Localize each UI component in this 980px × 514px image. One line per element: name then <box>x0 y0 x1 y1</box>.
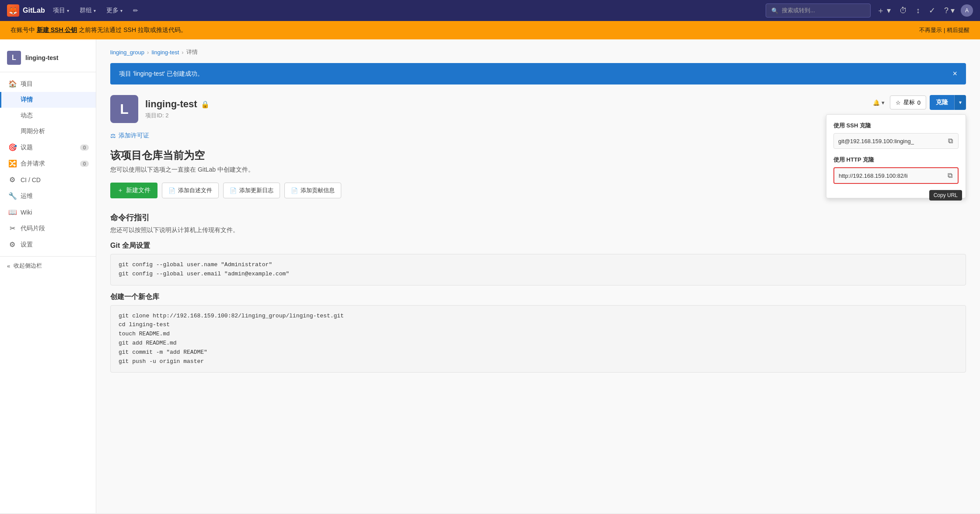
file-icon: 📄 <box>168 187 175 194</box>
sidebar-item-project-section[interactable]: 🏠 项目 <box>0 76 96 92</box>
new-file-button[interactable]: ＋ 新建文件 <box>110 183 158 198</box>
nav-items: 项目 ▾ 群组 ▾ 更多 ▾ ✏ <box>49 4 143 17</box>
sidebar-item-label: Wiki <box>21 209 32 216</box>
todo-icon[interactable]: ✓ <box>926 4 938 17</box>
sidebar-project-header: L linging-test <box>0 46 96 72</box>
sidebar-item-label: 代码片段 <box>21 225 45 232</box>
sidebar-item-label: 详情 <box>21 96 33 104</box>
alert-close-button[interactable]: × <box>952 69 957 78</box>
contrib-icon: 📄 <box>291 187 298 194</box>
breadcrumb-separator: › <box>147 49 149 56</box>
sidebar-item-label: 周期分析 <box>21 127 45 135</box>
sidebar-project-avatar: L <box>7 51 21 65</box>
sidebar-item-label: 运维 <box>21 192 33 200</box>
sidebar-item-label: CI / CD <box>21 176 41 183</box>
sidebar-item-label: 动态 <box>21 112 33 120</box>
star-icon: ☆ <box>896 99 901 106</box>
banner-link[interactable]: 新建 SSH 公钥 <box>37 26 77 33</box>
star-button[interactable]: ☆ 星标 0 <box>890 95 926 109</box>
gitlab-logo-text: GitLab <box>23 7 45 14</box>
search-bar[interactable]: 🔍 搜索或转到... <box>766 4 871 18</box>
sidebar-nav: 🏠 项目 详情 动态 周期分析 🎯 议题 0 🔀 合并请 <box>0 72 96 256</box>
http-clone-title: 使用 HTTP 克隆 <box>833 156 959 164</box>
clone-main-button[interactable]: 克隆 <box>930 95 954 110</box>
bell-icon: 🔔 ▾ <box>871 98 886 108</box>
merge-requests-icon: 🔀 <box>8 159 16 168</box>
banner-text: 在账号中 新建 SSH 公钥 之前将无法通过 SSH 拉取或推送代码。 <box>10 26 187 34</box>
http-url-row: http://192.168.159.100:82/li ⧉ Copy URL <box>833 167 959 184</box>
collapse-sidebar-button[interactable]: « 收起侧边栏 <box>0 256 96 275</box>
nav-item-projects[interactable]: 项目 ▾ <box>49 4 74 17</box>
main-content: linging_group › linging-test › 详情 项目 'li… <box>96 39 980 513</box>
sidebar-item-issues[interactable]: 🎯 议题 0 <box>0 139 96 155</box>
add-readme-button[interactable]: 📄 添加自述文件 <box>162 183 219 198</box>
sidebar-item-cicd[interactable]: ⚙ CI / CD <box>0 172 96 188</box>
sidebar-item-wiki[interactable]: 📖 Wiki <box>0 204 96 220</box>
add-changelog-button[interactable]: 📄 添加更新日志 <box>223 183 280 198</box>
chevron-down-icon: ▾ <box>120 8 122 13</box>
breadcrumb-current: 详情 <box>186 48 198 56</box>
top-navigation: 🦊 GitLab 项目 ▾ 群组 ▾ 更多 ▾ ✏ 🔍 搜索或转到... ＋ ▾… <box>0 0 980 21</box>
sidebar-item-cycle-analytics[interactable]: 周期分析 <box>0 123 96 139</box>
clone-dropdown-toggle[interactable]: ▾ <box>954 95 966 110</box>
breadcrumb-group[interactable]: linging_group <box>110 49 144 56</box>
sidebar-project-name: linging-test <box>25 54 58 61</box>
search-icon: 🔍 <box>771 7 778 14</box>
sidebar-item-label: 设置 <box>21 241 33 249</box>
changelog-icon: 📄 <box>230 187 237 194</box>
project-avatar: L <box>110 95 138 123</box>
sidebar-item-operations[interactable]: 🔧 运维 <box>0 188 96 204</box>
project-name-row: linging-test 🔒 <box>145 99 210 110</box>
add-contribution-button[interactable]: 📄 添加贡献信息 <box>284 183 341 198</box>
nav-item-more[interactable]: 更多 ▾ <box>102 4 127 17</box>
mr-badge: 0 <box>80 161 89 167</box>
project-name-text: linging-test <box>145 99 197 110</box>
new-repo-title: 创建一个新仓库 <box>110 292 966 302</box>
collapse-icon: « <box>7 263 10 269</box>
http-url-text: http://192.168.159.100:82/li <box>839 173 944 179</box>
chevron-down-icon: ▾ <box>94 8 96 13</box>
nav-item-groups[interactable]: 群组 ▾ <box>75 4 100 17</box>
sidebar-item-merge-requests[interactable]: 🔀 合并请求 0 <box>0 155 96 172</box>
sidebar-item-label: 项目 <box>21 80 33 88</box>
git-global-code: git config --global user.name "Administr… <box>110 254 966 285</box>
help-icon[interactable]: ? ▾ <box>942 4 957 17</box>
copy-ssh-url-button[interactable]: ⧉ <box>947 136 954 146</box>
add-contrib-label: 添加贡献信息 <box>301 187 335 194</box>
new-repo-code: git clone http://192.168.159.100:82/ling… <box>110 305 966 373</box>
project-actions: 🔔 ▾ ☆ 星标 0 克隆 ▾ 使用 SSH 克隆 git@192.168.15… <box>871 95 966 110</box>
breadcrumb-separator: › <box>182 49 183 56</box>
star-label: 星标 <box>903 99 915 106</box>
gitlab-logo-icon: 🦊 <box>7 4 19 17</box>
sidebar-item-label: 议题 <box>21 144 33 151</box>
plus-icon: ＋ <box>117 187 123 194</box>
user-avatar[interactable]: A <box>961 4 973 17</box>
add-license-label: 添加许可证 <box>119 132 149 140</box>
sidebar-item-snippets[interactable]: ✂ 代码片段 <box>0 220 96 236</box>
copy-http-url-button[interactable]: ⧉ <box>947 171 953 180</box>
sidebar-item-activity[interactable]: 动态 <box>0 108 96 123</box>
breadcrumb: linging_group › linging-test › 详情 <box>110 48 966 56</box>
project-info: L linging-test 🔒 项目ID: 2 <box>110 95 210 123</box>
alert-message: 项目 'linging-test' 已创建成功。 <box>119 70 203 78</box>
issues-badge: 0 <box>80 144 89 151</box>
search-placeholder: 搜索或转到... <box>782 7 815 14</box>
lock-icon: 🔒 <box>201 100 210 109</box>
clone-button-group: 克隆 ▾ <box>930 95 966 110</box>
gitlab-logo[interactable]: 🦊 GitLab <box>7 4 45 17</box>
ssh-warning-banner: 在账号中 新建 SSH 公钥 之前将无法通过 SSH 拉取或推送代码。 不再显示… <box>0 21 980 39</box>
operations-icon: 🔧 <box>8 192 16 200</box>
sidebar-item-details[interactable]: 详情 <box>0 92 96 108</box>
clock-icon[interactable]: ⏱ <box>897 4 910 17</box>
breadcrumb-project[interactable]: linging-test <box>151 49 179 56</box>
new-button[interactable]: ＋ ▾ <box>874 4 893 18</box>
snippets-icon: ✂ <box>8 224 16 232</box>
nav-item-snippets[interactable]: ✏ <box>129 4 143 17</box>
license-icon: ⚖ <box>110 132 116 139</box>
banner-dismiss-button[interactable]: 不再显示 | 稍后提醒 <box>919 26 970 34</box>
project-header: L linging-test 🔒 项目ID: 2 🔔 ▾ ☆ 星标 0 <box>110 95 966 123</box>
copy-url-tooltip: Copy URL <box>929 190 962 201</box>
sidebar-item-settings[interactable]: ⚙ 设置 <box>0 236 96 253</box>
merge-request-icon[interactable]: ↕ <box>914 4 923 17</box>
command-section-title: 命令行指引 <box>110 212 966 223</box>
